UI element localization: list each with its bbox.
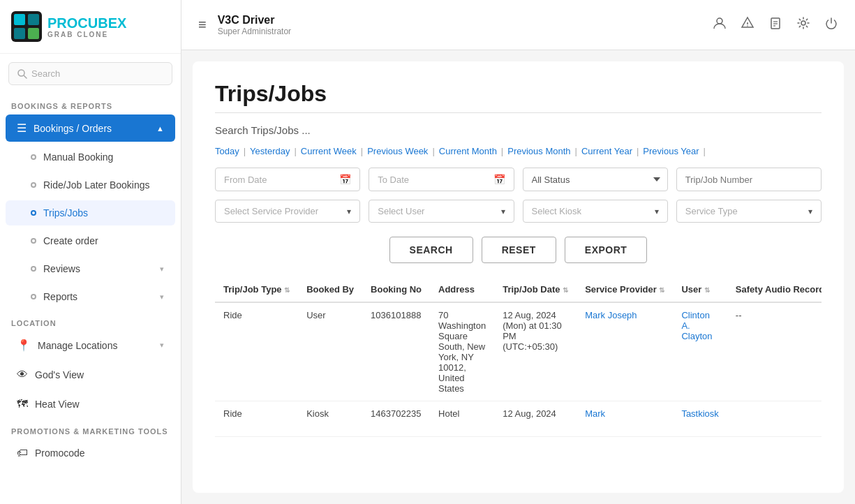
chevron-down-icon: ▾ bbox=[160, 265, 164, 274]
cell-trip-date: 12 Aug, 2024 (Mon) at 01:30 PM (UTC:+05:… bbox=[494, 302, 577, 401]
date-link-yesterday[interactable]: Yesterday bbox=[250, 146, 290, 156]
bookings-icon: ☰ bbox=[17, 121, 27, 135]
sidebar-item-reviews[interactable]: Reviews ▾ bbox=[6, 256, 175, 281]
sidebar-item-gods-view[interactable]: 👁 God's View bbox=[6, 362, 175, 388]
export-button[interactable]: EXPORT bbox=[565, 237, 648, 263]
alert-icon[interactable] bbox=[741, 16, 754, 34]
topbar: ≡ V3C Driver Super Administrator bbox=[181, 0, 855, 50]
clipboard-icon[interactable] bbox=[768, 16, 782, 34]
svg-point-5 bbox=[18, 70, 24, 76]
date-link-current-month[interactable]: Current Month bbox=[439, 146, 497, 156]
service-provider-link[interactable]: Mark bbox=[585, 408, 605, 419]
gear-icon[interactable] bbox=[796, 16, 810, 34]
sidebar-item-label: Reports bbox=[43, 291, 77, 302]
sidebar-item-label: Reviews bbox=[43, 263, 80, 274]
location-icon: 📍 bbox=[17, 339, 31, 352]
col-trip-date[interactable]: Trip/Job Date ⇅ bbox=[494, 277, 577, 302]
sidebar-item-label: Bookings / Orders bbox=[34, 123, 112, 134]
sidebar-item-label: Manual Booking bbox=[43, 151, 113, 163]
logo-icon bbox=[11, 11, 42, 42]
to-date-input[interactable]: To Date 📅 bbox=[369, 168, 514, 191]
sidebar-item-ride-job-later[interactable]: Ride/Job Later Bookings bbox=[6, 172, 175, 198]
filter-row-2: Select Service Provider ▾ Select User ▾ … bbox=[215, 200, 821, 223]
dot-icon bbox=[31, 182, 36, 188]
date-link-previous-year[interactable]: Previous Year bbox=[643, 146, 699, 156]
table-header-row: Trip/Job Type ⇅ Booked By Booking No Add… bbox=[215, 277, 821, 302]
col-trip-type[interactable]: Trip/Job Type ⇅ bbox=[215, 277, 298, 302]
promo-icon: 🏷 bbox=[17, 447, 28, 459]
date-filter-links: Today | Yesterday | Current Week | Previ… bbox=[215, 146, 821, 156]
table-row: Ride Kiosk 1463702235 Hotel 12 Aug, 2024… bbox=[215, 401, 821, 437]
service-type-select[interactable]: Service Type ▾ bbox=[676, 200, 821, 223]
cell-booked-by: Kiosk bbox=[298, 401, 362, 437]
chevron-down-icon: ▾ bbox=[160, 341, 164, 350]
reset-button[interactable]: RESET bbox=[482, 237, 556, 263]
main-area: ≡ V3C Driver Super Administrator Trips/ bbox=[181, 0, 855, 504]
sidebar-item-promocode[interactable]: 🏷 Promocode bbox=[6, 440, 175, 466]
sidebar-item-create-order[interactable]: Create order bbox=[6, 228, 175, 253]
dot-icon bbox=[31, 210, 36, 216]
dot-icon bbox=[31, 294, 36, 299]
col-address: Address bbox=[430, 277, 494, 302]
svg-rect-1 bbox=[14, 14, 25, 25]
dropdown-arrow-icon: ▾ bbox=[655, 207, 659, 216]
topbar-title: V3C Driver bbox=[218, 14, 713, 27]
dropdown-arrow-icon: ▾ bbox=[501, 207, 505, 216]
sidebar-item-manual-booking[interactable]: Manual Booking bbox=[6, 144, 175, 170]
dot-icon bbox=[31, 266, 36, 272]
kiosk-select[interactable]: Select Kiosk ▾ bbox=[523, 200, 668, 223]
cell-audio bbox=[727, 401, 821, 437]
date-link-today[interactable]: Today bbox=[215, 146, 239, 156]
search-button[interactable]: SEARCH bbox=[389, 237, 473, 263]
dot-icon bbox=[31, 154, 36, 160]
dropdown-arrow-icon: ▾ bbox=[808, 207, 812, 216]
col-user[interactable]: User ⇅ bbox=[673, 277, 727, 302]
section-promotions: PROMOTIONS & MARKETING TOOLS bbox=[0, 419, 181, 438]
chevron-up-icon: ▲ bbox=[156, 124, 164, 133]
filter-row-1: From Date 📅 To Date 📅 All Status Pending… bbox=[215, 168, 821, 191]
page-title: Trips/Jobs bbox=[215, 81, 821, 107]
col-service-provider[interactable]: Service Provider ⇅ bbox=[577, 277, 673, 302]
sidebar-item-label: Promocode bbox=[35, 447, 85, 459]
user-link[interactable]: Tastkiosk bbox=[681, 408, 718, 419]
date-link-previous-month[interactable]: Previous Month bbox=[507, 146, 570, 156]
hamburger-icon[interactable]: ≡ bbox=[198, 17, 207, 33]
service-provider-link[interactable]: Mark Joseph bbox=[585, 310, 637, 320]
sidebar-search[interactable]: Search bbox=[8, 62, 172, 85]
cell-address: Hotel bbox=[430, 401, 494, 437]
svg-point-9 bbox=[747, 25, 748, 27]
calendar-icon: 📅 bbox=[339, 174, 351, 185]
status-select[interactable]: All Status Pending Accepted Completed Ca… bbox=[523, 168, 668, 191]
sidebar-item-label: Manage Locations bbox=[38, 340, 117, 351]
user-icon[interactable] bbox=[713, 16, 727, 34]
cell-trip-type: Ride bbox=[215, 302, 298, 401]
sidebar-item-reports[interactable]: Reports ▾ bbox=[6, 284, 175, 309]
service-provider-select[interactable]: Select Service Provider ▾ bbox=[215, 200, 360, 223]
col-booking-no: Booking No bbox=[362, 277, 430, 302]
date-link-current-week[interactable]: Current Week bbox=[301, 146, 357, 156]
svg-rect-3 bbox=[14, 28, 25, 39]
sidebar-item-label: Create order bbox=[43, 235, 98, 246]
power-icon[interactable] bbox=[824, 16, 838, 34]
dropdown-arrow-icon: ▾ bbox=[347, 207, 351, 216]
sidebar-item-label: God's View bbox=[35, 369, 84, 380]
svg-rect-2 bbox=[28, 14, 39, 25]
sidebar-item-label: Ride/Job Later Bookings bbox=[43, 179, 150, 191]
from-date-input[interactable]: From Date 📅 bbox=[215, 168, 360, 191]
page-divider bbox=[215, 112, 821, 113]
map-icon: 🗺 bbox=[17, 398, 28, 410]
trip-number-input[interactable] bbox=[676, 168, 821, 191]
cell-address: 70 Washington Square South, New York, NY… bbox=[430, 302, 494, 401]
cell-booking-no: 1463702235 bbox=[362, 401, 430, 437]
sidebar-item-bookings-orders[interactable]: ☰ Bookings / Orders ▲ bbox=[6, 114, 175, 142]
sidebar-item-manage-locations[interactable]: 📍 Manage Locations ▾ bbox=[6, 332, 175, 359]
trips-table: Trip/Job Type ⇅ Booked By Booking No Add… bbox=[215, 277, 821, 437]
date-link-current-year[interactable]: Current Year bbox=[581, 146, 632, 156]
user-link[interactable]: Clinton A. Clayton bbox=[681, 310, 712, 341]
sidebar-item-heat-view[interactable]: 🗺 Heat View bbox=[6, 391, 175, 417]
sidebar-item-trips-jobs[interactable]: Trips/Jobs bbox=[6, 200, 175, 225]
date-link-previous-week[interactable]: Previous Week bbox=[367, 146, 428, 156]
cell-service-provider: Mark Joseph bbox=[577, 302, 673, 401]
eye-icon: 👁 bbox=[17, 369, 28, 381]
user-select[interactable]: Select User ▾ bbox=[369, 200, 514, 223]
